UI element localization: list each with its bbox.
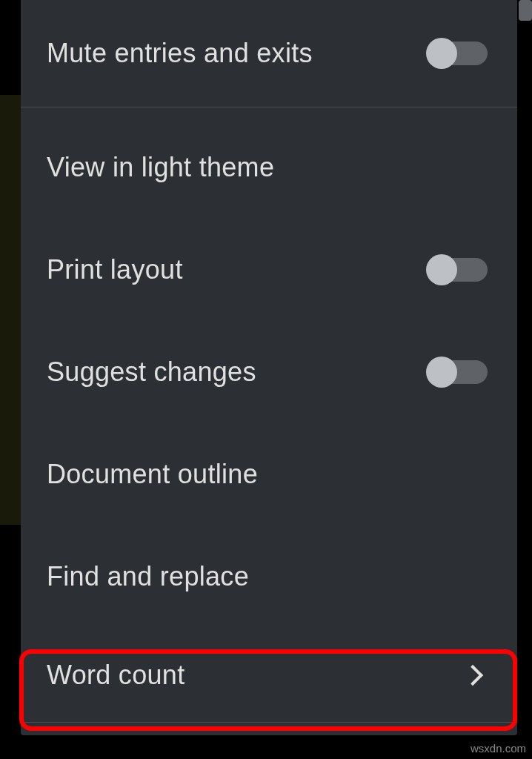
toggle-knob	[426, 38, 457, 69]
scrollbar-thumb[interactable]	[519, 0, 532, 21]
menu-label-document-outline: Document outline	[47, 459, 488, 490]
menu-item-print-layout[interactable]: Print layout	[21, 219, 517, 321]
menu-item-find-replace[interactable]: Find and replace	[21, 526, 517, 628]
toggle-knob	[426, 254, 457, 285]
menu-item-mute-entries-exits[interactable]: Mute entries and exits	[21, 0, 517, 107]
background-strip	[0, 95, 21, 525]
toggle-print-layout[interactable]	[430, 258, 488, 282]
menu-label-find-replace: Find and replace	[47, 561, 488, 592]
menu-label-print-layout: Print layout	[47, 254, 430, 285]
toggle-suggest-changes[interactable]	[430, 360, 488, 384]
toggle-mute-entries-exits[interactable]	[430, 42, 488, 65]
menu-label-word-count: Word count	[47, 660, 465, 691]
menu-item-document-outline[interactable]: Document outline	[21, 423, 517, 526]
chevron-right-icon	[462, 664, 483, 685]
menu-item-suggest-changes[interactable]: Suggest changes	[21, 321, 517, 423]
toggle-knob	[426, 357, 457, 388]
overflow-menu-panel: Mute entries and exits View in light the…	[21, 0, 517, 735]
menu-item-view-light-theme[interactable]: View in light theme	[21, 116, 517, 219]
menu-label-mute: Mute entries and exits	[47, 38, 430, 69]
menu-item-word-count[interactable]: Word count	[21, 628, 517, 723]
watermark-text: wsxdn.com	[471, 742, 526, 755]
menu-label-suggest-changes: Suggest changes	[47, 357, 430, 388]
menu-label-light-theme: View in light theme	[47, 152, 488, 183]
